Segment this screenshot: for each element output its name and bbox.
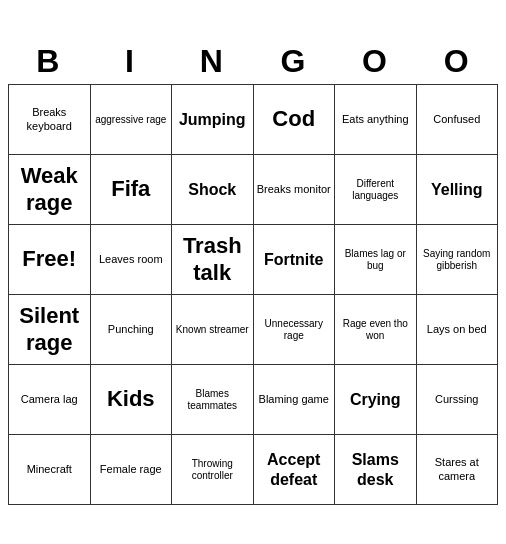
bingo-cell: Cod <box>254 85 336 155</box>
bingo-cell: Rage even tho won <box>335 295 417 365</box>
bingo-cell: Blaming game <box>254 365 336 435</box>
bingo-cell: Camera lag <box>9 365 91 435</box>
bingo-cell: Eats anything <box>335 85 417 155</box>
bingo-cell: Crying <box>335 365 417 435</box>
bingo-cell: Yelling <box>417 155 499 225</box>
bingo-cell: Fortnite <box>254 225 336 295</box>
header-letter: G <box>253 39 335 84</box>
bingo-cell: Confused <box>417 85 499 155</box>
bingo-cell: Punching <box>91 295 173 365</box>
bingo-cell: Stares at camera <box>417 435 499 505</box>
bingo-cell: Blames lag or bug <box>335 225 417 295</box>
bingo-header: BINGOO <box>8 39 498 84</box>
bingo-cell: Blames teammates <box>172 365 254 435</box>
bingo-cell: Throwing controller <box>172 435 254 505</box>
bingo-cell: Known streamer <box>172 295 254 365</box>
bingo-cell: Different languages <box>335 155 417 225</box>
bingo-cell: Breaks keyboard <box>9 85 91 155</box>
bingo-cell: Kids <box>91 365 173 435</box>
bingo-cell: Slams desk <box>335 435 417 505</box>
bingo-cell: aggressive rage <box>91 85 173 155</box>
bingo-grid: Breaks keyboardaggressive rageJumpingCod… <box>8 84 498 505</box>
bingo-cell: Fifa <box>91 155 173 225</box>
bingo-cell: Accept defeat <box>254 435 336 505</box>
header-letter: B <box>8 39 90 84</box>
bingo-cell: Free! <box>9 225 91 295</box>
header-letter: N <box>171 39 253 84</box>
bingo-cell: Trash talk <box>172 225 254 295</box>
bingo-cell: Curssing <box>417 365 499 435</box>
bingo-cell: Jumping <box>172 85 254 155</box>
bingo-cell: Shock <box>172 155 254 225</box>
bingo-cell: Silent rage <box>9 295 91 365</box>
bingo-cell: Saying random gibberish <box>417 225 499 295</box>
bingo-cell: Leaves room <box>91 225 173 295</box>
bingo-cell: Minecraft <box>9 435 91 505</box>
bingo-cell: Lays on bed <box>417 295 499 365</box>
bingo-cell: Breaks monitor <box>254 155 336 225</box>
bingo-cell: Weak rage <box>9 155 91 225</box>
bingo-cell: Female rage <box>91 435 173 505</box>
bingo-cell: Unnecessary rage <box>254 295 336 365</box>
header-letter: O <box>335 39 417 84</box>
header-letter: O <box>416 39 498 84</box>
header-letter: I <box>90 39 172 84</box>
bingo-card: BINGOO Breaks keyboardaggressive rageJum… <box>8 39 498 505</box>
